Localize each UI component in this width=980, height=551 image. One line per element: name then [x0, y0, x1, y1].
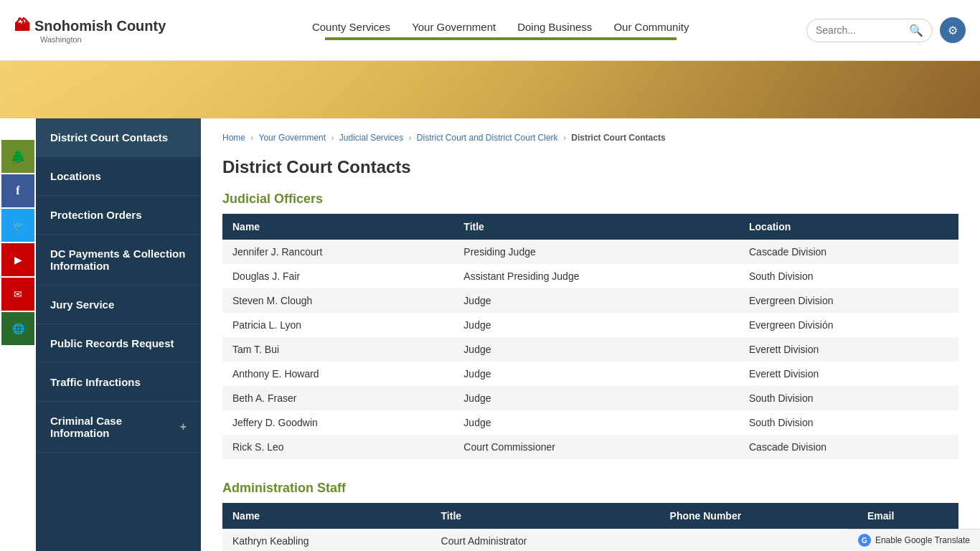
hero-area: [0, 61, 980, 118]
table-row: Steven M. CloughJudgeEvergreen Division: [222, 288, 958, 313]
table-row: Douglas J. FairAssistant Presiding Judge…: [222, 264, 958, 288]
nav-items: County Services Your Government Doing Bu…: [194, 21, 806, 33]
col-name: Name: [222, 214, 453, 240]
logo: 🏔 Snohomish County: [14, 17, 166, 35]
sidebar-item-locations[interactable]: Locations: [36, 157, 201, 196]
translate-label: Enable Google Translate: [875, 535, 970, 545]
cell-title: Court Administrator: [431, 529, 660, 551]
breadcrumb: Home › Your Government › Judicial Servic…: [222, 133, 958, 143]
nav-county-services[interactable]: County Services: [312, 21, 390, 33]
cell-title: Judge: [453, 313, 739, 337]
logo-icon: 🏔: [14, 17, 30, 35]
cell-title: Judge: [453, 362, 739, 386]
cell-location: Evergreen División: [739, 313, 958, 337]
table-row: Patricia L. LyonJudgeEvergreen División: [222, 313, 958, 337]
main-nav: County Services Your Government Doing Bu…: [194, 21, 806, 40]
admin-section-title: Administration Staff: [222, 481, 958, 496]
trees-icon[interactable]: 🌲: [1, 140, 34, 173]
cell-phone: [660, 529, 857, 551]
settings-button[interactable]: ⚙: [940, 17, 966, 43]
breadcrumb-home[interactable]: Home: [222, 133, 245, 143]
admin-col-name: Name: [222, 503, 431, 529]
logo-name: Snohomish County: [34, 18, 166, 34]
sidebar-item-traffic[interactable]: Traffic Infractions: [36, 363, 201, 402]
sidebar-item-criminal-case[interactable]: Criminal Case Information +: [36, 402, 201, 453]
search-area: 🔍 ⚙: [806, 17, 966, 43]
search-button[interactable]: 🔍: [909, 24, 923, 37]
breadcrumb-your-government[interactable]: Your Government: [258, 133, 326, 143]
judicial-table: Name Title Location Jennifer J. Rancourt…: [222, 214, 958, 459]
cell-title: Judge: [453, 337, 739, 362]
cell-location: South Division: [739, 264, 958, 288]
globe-icon[interactable]: 🌐: [1, 312, 34, 345]
col-location: Location: [739, 214, 958, 240]
cell-name: Patricia L. Lyon: [222, 313, 453, 337]
breadcrumb-district-court-clerk[interactable]: District Court and District Court Clerk: [417, 133, 558, 143]
site-header: 🏔 Snohomish County Washington County Ser…: [0, 0, 980, 61]
sidebar-item-jury-service[interactable]: Jury Service: [36, 286, 201, 324]
cell-location: Everett Division: [739, 337, 958, 362]
logo-washington: Washington: [40, 35, 82, 44]
cell-title: Judge: [453, 410, 739, 435]
cell-name: Steven M. Clough: [222, 288, 453, 313]
mail-icon[interactable]: ✉: [1, 278, 34, 311]
logo-area[interactable]: 🏔 Snohomish County Washington: [14, 17, 166, 44]
cell-name: Kathryn Keabling: [222, 529, 431, 551]
nav-underline: [325, 37, 677, 40]
sidebar-item-protection-orders[interactable]: Protection Orders: [36, 196, 201, 235]
cell-location: Cascade Division: [739, 240, 958, 264]
admin-col-phone: Phone Number: [660, 503, 857, 529]
cell-title: Assistant Presiding Judge: [453, 264, 739, 288]
cell-name: Anthony E. Howard: [222, 362, 453, 386]
nav-your-government[interactable]: Your Government: [412, 21, 496, 33]
table-row: Anthony E. HowardJudgeEverett Division: [222, 362, 958, 386]
twitter-icon[interactable]: 🐦: [1, 209, 34, 242]
cell-name: Douglas J. Fair: [222, 264, 453, 288]
translate-bar[interactable]: G Enable Google Translate: [848, 529, 980, 551]
col-title: Title: [453, 214, 739, 240]
cell-title: Judge: [453, 288, 739, 313]
search-input[interactable]: [816, 24, 909, 36]
admin-table-header-row: Name Title Phone Number Email: [222, 503, 958, 529]
table-row: Tam T. BuiJudgeEverett Division: [222, 337, 958, 362]
judicial-section-title: Judicial Officers: [222, 192, 958, 207]
admin-col-email: Email: [857, 503, 958, 529]
main-layout: 🌲 f 🐦 ▶ ✉ 🌐 District Court Contacts Loca…: [0, 118, 980, 551]
cell-title: Court Commissioner: [453, 435, 739, 459]
left-nav: District Court Contacts Locations Protec…: [36, 118, 201, 551]
cell-name: Rick S. Leo: [222, 435, 453, 459]
sidebar-item-public-records[interactable]: Public Records Request: [36, 324, 201, 363]
cell-location: South Division: [739, 410, 958, 435]
cell-name: Jeffery D. Goodwin: [222, 410, 453, 435]
cell-name: Beth A. Fraser: [222, 386, 453, 410]
cell-name: Tam T. Bui: [222, 337, 453, 362]
page-title: District Court Contacts: [222, 157, 958, 177]
table-row: Beth A. FraserJudgeSouth Division: [222, 386, 958, 410]
table-row: Jennifer J. RancourtPresiding JudgeCasca…: [222, 240, 958, 264]
breadcrumb-judicial[interactable]: Judicial Services: [339, 133, 403, 143]
judicial-table-header-row: Name Title Location: [222, 214, 958, 240]
social-sidebar: 🌲 f 🐦 ▶ ✉ 🌐: [0, 118, 36, 345]
cell-location: Everett Division: [739, 362, 958, 386]
facebook-icon[interactable]: f: [1, 174, 34, 207]
cell-location: Cascade Division: [739, 435, 958, 459]
table-row: Rick S. LeoCourt CommissionerCascade Div…: [222, 435, 958, 459]
admin-col-title: Title: [431, 503, 660, 529]
sidebar-item-dc-payments[interactable]: DC Payments & Collection Information: [36, 235, 201, 286]
cell-title: Presiding Judge: [453, 240, 739, 264]
expand-icon: +: [180, 420, 187, 433]
cell-title: Judge: [453, 386, 739, 410]
cell-name: Jennifer J. Rancourt: [222, 240, 453, 264]
cell-location: South Division: [739, 386, 958, 410]
sidebar-item-district-court-contacts[interactable]: District Court Contacts: [36, 118, 201, 157]
nav-our-community[interactable]: Our Community: [613, 21, 689, 33]
cell-location: Evergreen Division: [739, 288, 958, 313]
nav-doing-business[interactable]: Doing Business: [517, 21, 592, 33]
breadcrumb-current: District Court Contacts: [571, 133, 665, 143]
table-row: Jeffery D. GoodwinJudgeSouth Division: [222, 410, 958, 435]
content-area: Home › Your Government › Judicial Servic…: [201, 118, 980, 551]
youtube-icon[interactable]: ▶: [1, 243, 34, 276]
google-icon: G: [858, 534, 871, 547]
search-box: 🔍: [806, 19, 933, 42]
